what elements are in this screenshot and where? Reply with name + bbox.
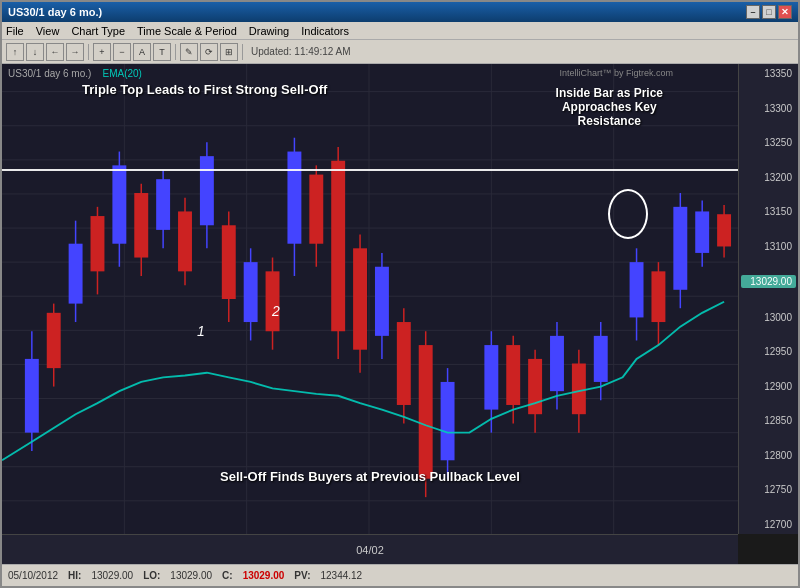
price-12900: 12900 xyxy=(741,381,796,392)
price-13100: 13100 xyxy=(741,241,796,252)
price-12950: 12950 xyxy=(741,346,796,357)
price-axis: 13350 13300 13250 13200 13150 13100 1302… xyxy=(738,64,798,534)
menu-indicators[interactable]: Indicators xyxy=(301,25,349,37)
chart-container: US30/1 day 6 mo.) EMA(20) IntelliChart™ … xyxy=(2,64,798,564)
svg-rect-79 xyxy=(717,214,731,246)
chart-svg xyxy=(2,64,738,534)
svg-rect-53 xyxy=(397,322,411,405)
svg-rect-33 xyxy=(178,211,192,271)
inside-bar-circle xyxy=(608,189,648,239)
close-button[interactable]: ✕ xyxy=(778,5,792,19)
toolbar-btn-8[interactable]: T xyxy=(153,43,171,61)
price-13000: 13000 xyxy=(741,312,796,323)
toolbar-sep-1 xyxy=(88,44,89,60)
svg-rect-31 xyxy=(156,179,170,230)
toolbar-btn-10[interactable]: ⟳ xyxy=(200,43,218,61)
price-12700: 12700 xyxy=(741,519,796,530)
svg-rect-71 xyxy=(630,262,644,317)
toolbar-sep-2 xyxy=(175,44,176,60)
toolbar-btn-11[interactable]: ⊞ xyxy=(220,43,238,61)
minimize-button[interactable]: – xyxy=(746,5,760,19)
menu-chart-type[interactable]: Chart Type xyxy=(71,25,125,37)
svg-rect-49 xyxy=(353,248,367,349)
title-bar-buttons: – □ ✕ xyxy=(746,5,792,19)
svg-rect-25 xyxy=(91,216,105,271)
chart-symbol: US30/1 day 6 mo.) xyxy=(8,68,91,79)
price-13150: 13150 xyxy=(741,206,796,217)
svg-rect-23 xyxy=(69,244,83,304)
svg-rect-39 xyxy=(244,262,258,322)
svg-rect-37 xyxy=(222,225,236,299)
toolbar-timestamp: Updated: 11:49:12 AM xyxy=(251,46,351,57)
svg-rect-69 xyxy=(594,336,608,382)
svg-rect-51 xyxy=(375,267,389,336)
bottom-hi-value: 13029.00 xyxy=(91,570,133,581)
bottom-cl-label: C: xyxy=(222,570,233,581)
svg-rect-45 xyxy=(309,175,323,244)
chart-area[interactable]: US30/1 day 6 mo.) EMA(20) IntelliChart™ … xyxy=(2,64,738,534)
toolbar-btn-3[interactable]: ← xyxy=(46,43,64,61)
svg-rect-65 xyxy=(550,336,564,391)
bottom-hi-label: HI: xyxy=(68,570,81,581)
svg-rect-57 xyxy=(441,382,455,460)
watermark: IntelliChart™ by Figtrek.com xyxy=(559,68,673,78)
chart-ema-label: EMA(20) xyxy=(103,68,142,79)
annotation-selloff: Sell-Off Finds Buyers at Previous Pullba… xyxy=(220,469,520,484)
svg-rect-43 xyxy=(287,152,301,244)
toolbar: ↑ ↓ ← → + − A T ✎ ⟳ ⊞ Updated: 11:49:12 … xyxy=(2,40,798,64)
toolbar-btn-5[interactable]: + xyxy=(93,43,111,61)
chart-header: US30/1 day 6 mo.) EMA(20) xyxy=(8,68,142,79)
price-13350: 13350 xyxy=(741,68,796,79)
annotation-inside-bar: Inside Bar as Price Approaches Key Resis… xyxy=(556,86,663,128)
time-label-04-02: 04/02 xyxy=(356,544,384,556)
price-13250: 13250 xyxy=(741,137,796,148)
bottom-pv-value: 12344.12 xyxy=(320,570,362,581)
price-13200: 13200 xyxy=(741,172,796,183)
bottom-pv-label: PV: xyxy=(294,570,310,581)
svg-rect-35 xyxy=(200,156,214,225)
window-title: US30/1 day 6 mo.) xyxy=(8,6,102,18)
bottom-cl-value: 13029.00 xyxy=(243,570,285,581)
price-12750: 12750 xyxy=(741,484,796,495)
bottom-lo-value: 13029.00 xyxy=(170,570,212,581)
bottom-bar: 05/10/2012 HI: 13029.00 LO: 13029.00 C: … xyxy=(2,564,798,586)
toolbar-btn-1[interactable]: ↑ xyxy=(6,43,24,61)
menu-bar: File View Chart Type Time Scale & Period… xyxy=(2,22,798,40)
svg-rect-19 xyxy=(25,359,39,433)
menu-view[interactable]: View xyxy=(36,25,60,37)
svg-rect-63 xyxy=(528,359,542,414)
toolbar-btn-6[interactable]: − xyxy=(113,43,131,61)
price-12850: 12850 xyxy=(741,415,796,426)
price-13300: 13300 xyxy=(741,103,796,114)
svg-rect-67 xyxy=(572,364,586,415)
bottom-lo-label: LO: xyxy=(143,570,160,581)
window-frame: US30/1 day 6 mo.) – □ ✕ File View Chart … xyxy=(0,0,800,588)
svg-rect-73 xyxy=(651,271,665,322)
maximize-button[interactable]: □ xyxy=(762,5,776,19)
toolbar-sep-3 xyxy=(242,44,243,60)
toolbar-btn-2[interactable]: ↓ xyxy=(26,43,44,61)
bottom-date: 05/10/2012 xyxy=(8,570,58,581)
svg-rect-75 xyxy=(673,207,687,290)
toolbar-btn-9[interactable]: ✎ xyxy=(180,43,198,61)
price-13050-highlighted: 13029.00 xyxy=(741,275,796,288)
title-bar: US30/1 day 6 mo.) – □ ✕ xyxy=(2,2,798,22)
toolbar-btn-7[interactable]: A xyxy=(133,43,151,61)
svg-rect-29 xyxy=(134,193,148,258)
svg-rect-27 xyxy=(112,165,126,243)
toolbar-btn-4[interactable]: → xyxy=(66,43,84,61)
label-1: 1 xyxy=(197,323,205,339)
svg-rect-41 xyxy=(266,271,280,331)
svg-rect-77 xyxy=(695,211,709,252)
label-2: 2 xyxy=(272,303,280,319)
svg-rect-47 xyxy=(331,161,345,331)
svg-rect-61 xyxy=(506,345,520,405)
menu-file[interactable]: File xyxy=(6,25,24,37)
menu-time-scale[interactable]: Time Scale & Period xyxy=(137,25,237,37)
price-12800: 12800 xyxy=(741,450,796,461)
svg-rect-55 xyxy=(419,345,433,479)
menu-drawing[interactable]: Drawing xyxy=(249,25,289,37)
time-axis: 04/02 xyxy=(2,534,738,564)
resistance-line xyxy=(2,169,738,171)
svg-rect-21 xyxy=(47,313,61,368)
